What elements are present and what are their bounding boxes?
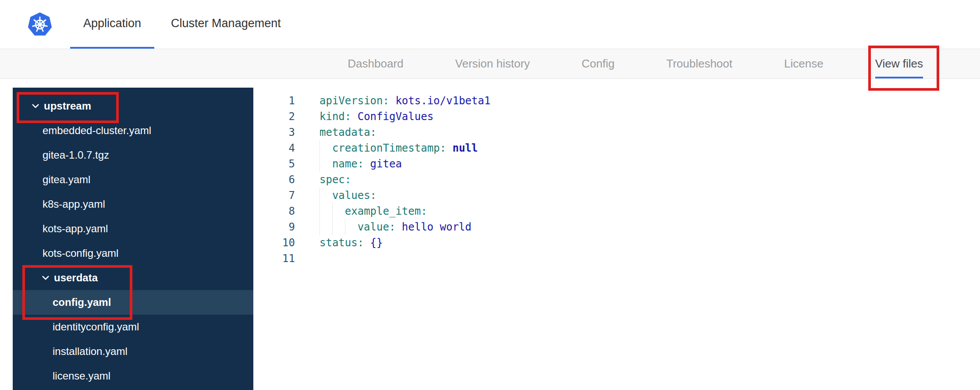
code-token: example_item:: [345, 205, 427, 217]
tree-file-kots-config-yaml[interactable]: kots-config.yaml: [13, 241, 253, 266]
indent-guide: [320, 203, 332, 219]
tree-file-installation-yaml[interactable]: installation.yaml: [13, 339, 253, 364]
code-text: example_item:: [320, 203, 427, 219]
code-token: status:: [320, 237, 364, 249]
tree-file-gitea-yaml[interactable]: gitea.yaml: [13, 167, 253, 192]
indent-guide: [320, 140, 332, 156]
code-token: ConfigValues: [351, 110, 433, 123]
code-line: 2kind: ConfigValues: [269, 109, 980, 124]
subnav-item-version-history[interactable]: Version history: [455, 49, 530, 78]
folder-label: upstream: [44, 100, 91, 112]
tree-file-identityconfig-yaml[interactable]: identityconfig.yaml: [13, 315, 253, 339]
main-content: upstreamembedded-cluster.yamlgitea-1.0.7…: [0, 79, 980, 390]
code-line: 3metadata:: [269, 124, 980, 140]
file-label: installation.yaml: [53, 345, 128, 358]
chevron-down-icon: [31, 102, 40, 110]
subnav-items: DashboardVersion historyConfigTroublesho…: [348, 49, 923, 78]
code-line: 11: [269, 251, 980, 266]
line-number: 2: [269, 109, 295, 124]
code-line: 5name: gitea: [269, 156, 980, 172]
indent-guide: [320, 188, 332, 203]
indent-guide: [345, 219, 358, 235]
code-token: creationTimestamp:: [332, 142, 446, 154]
tree-folder-userdata[interactable]: userdata: [13, 266, 253, 290]
file-tree: upstreamembedded-cluster.yamlgitea-1.0.7…: [13, 88, 253, 390]
tree-file-license-yaml[interactable]: license.yaml: [13, 364, 253, 388]
code-token: hello world: [395, 221, 471, 233]
app-subnav: DashboardVersion historyConfigTroublesho…: [0, 49, 980, 79]
tree-file-config-yaml[interactable]: config.yaml: [13, 290, 253, 315]
tree-file-kots-app-yaml[interactable]: kots-app.yaml: [13, 216, 253, 241]
code-token: kots.io/v1beta1: [389, 95, 490, 107]
file-label: kots-config.yaml: [43, 247, 118, 259]
line-number: 6: [269, 172, 295, 188]
header-tabs: ApplicationCluster Management: [70, 0, 298, 49]
file-label: gitea.yaml: [43, 174, 90, 186]
subnav-item-view-files[interactable]: View files: [875, 49, 923, 78]
header-tab-cluster-management[interactable]: Cluster Management: [158, 0, 294, 49]
code-line: 1apiVersion: kots.io/v1beta1: [269, 93, 980, 109]
line-number: 4: [269, 140, 295, 156]
code-token: values:: [332, 189, 376, 202]
indent-guide: [320, 156, 332, 172]
file-label: config.yaml: [53, 296, 111, 308]
code-text: status: {}: [320, 235, 383, 251]
chevron-down-icon: [41, 273, 50, 282]
indent-guide: [332, 203, 345, 219]
line-number: 10: [269, 235, 295, 251]
kubernetes-logo: [27, 0, 53, 49]
folder-label: userdata: [54, 272, 98, 284]
code-text: metadata:: [320, 124, 376, 140]
code-text: creationTimestamp: null: [320, 140, 478, 156]
code-line: 9value: hello world: [269, 219, 980, 235]
code-line: 4creationTimestamp: null: [269, 140, 980, 156]
code-token: spec:: [320, 174, 351, 186]
code-token: gitea: [364, 158, 402, 170]
indent-guide: [320, 219, 332, 235]
code-text: value: hello world: [320, 219, 472, 235]
line-number: 3: [269, 124, 295, 140]
code-token: null: [446, 142, 478, 154]
file-label: license.yaml: [53, 370, 110, 382]
code-token: name:: [332, 158, 364, 170]
code-token: {}: [364, 237, 383, 249]
code-text: values:: [320, 188, 376, 203]
line-number: 7: [269, 188, 295, 203]
code-text: name: gitea: [320, 156, 402, 172]
line-number: 5: [269, 156, 295, 172]
tree-file-k8s-app-yaml[interactable]: k8s-app.yaml: [13, 192, 253, 216]
tree-file-embedded-cluster-yaml[interactable]: embedded-cluster.yaml: [13, 118, 253, 143]
subnav-item-config[interactable]: Config: [582, 49, 614, 78]
file-label: embedded-cluster.yaml: [43, 124, 151, 137]
file-label: k8s-app.yaml: [43, 198, 105, 210]
header-tab-application[interactable]: Application: [70, 0, 154, 49]
editor-lines: 1apiVersion: kots.io/v1beta12kind: Confi…: [269, 93, 980, 266]
code-line: 7values:: [269, 188, 980, 203]
file-label: gitea-1.0.7.tgz: [43, 149, 109, 161]
code-editor[interactable]: 1apiVersion: kots.io/v1beta12kind: Confi…: [269, 88, 980, 390]
file-label: kots-app.yaml: [43, 223, 108, 235]
line-number: 1: [269, 93, 295, 109]
code-token: metadata:: [320, 126, 376, 138]
subnav-item-troubleshoot[interactable]: Troubleshoot: [666, 49, 732, 78]
subnav-item-dashboard[interactable]: Dashboard: [348, 49, 403, 78]
code-line: 6spec:: [269, 172, 980, 188]
tree-folder-upstream[interactable]: upstream: [13, 94, 253, 118]
code-line: 10status: {}: [269, 235, 980, 251]
line-number: 8: [269, 203, 295, 219]
code-token: value:: [358, 221, 396, 233]
code-token: kind:: [320, 110, 351, 123]
code-text: apiVersion: kots.io/v1beta1: [320, 93, 490, 109]
code-token: apiVersion:: [320, 95, 389, 107]
tree-file-gitea-1-0-7-tgz[interactable]: gitea-1.0.7.tgz: [13, 143, 253, 167]
kubernetes-helm-icon: [27, 12, 53, 37]
code-line: 8example_item:: [269, 203, 980, 219]
top-header: ApplicationCluster Management: [0, 0, 980, 49]
code-text: spec:: [320, 172, 351, 188]
file-label: identityconfig.yaml: [53, 321, 139, 333]
subnav-item-license[interactable]: License: [784, 49, 824, 78]
line-number: 11: [269, 251, 295, 266]
code-text: kind: ConfigValues: [320, 109, 433, 124]
indent-guide: [332, 219, 345, 235]
line-number: 9: [269, 219, 295, 235]
